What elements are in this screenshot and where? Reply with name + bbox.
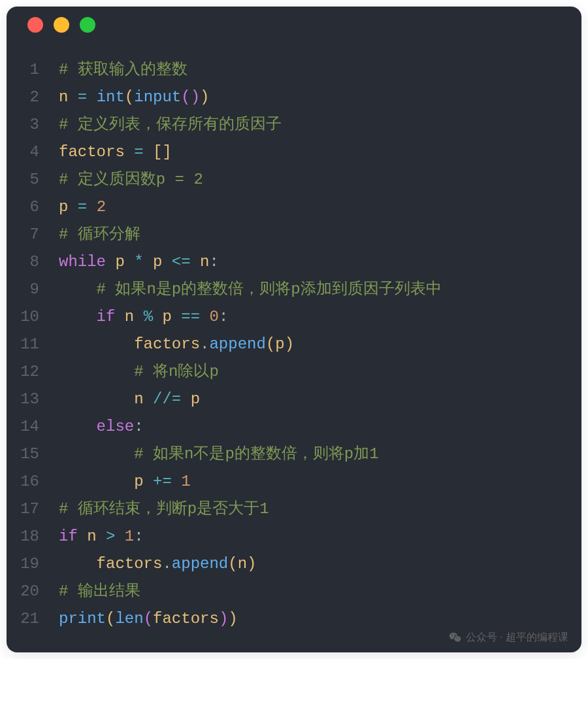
code-content: # 定义质因数p = 2 bbox=[59, 166, 581, 193]
code-content: p += 1 bbox=[59, 468, 581, 496]
code-line: 17# 循环结束，判断p是否大于1 bbox=[7, 496, 581, 523]
code-content: p = 2 bbox=[59, 193, 581, 221]
line-number: 10 bbox=[7, 303, 59, 331]
line-number: 18 bbox=[7, 523, 59, 550]
code-content: # 将n除以p bbox=[59, 358, 581, 386]
code-line: 13 n //= p bbox=[7, 386, 581, 413]
code-line: 20# 输出结果 bbox=[7, 578, 581, 605]
code-content: while p * p <= n: bbox=[59, 248, 581, 276]
line-number: 12 bbox=[7, 358, 59, 386]
watermark-text: 公众号 · 超平的编程课 bbox=[466, 631, 568, 645]
line-number: 6 bbox=[7, 193, 59, 221]
line-number: 20 bbox=[7, 578, 59, 605]
close-icon[interactable] bbox=[27, 17, 43, 33]
line-number: 19 bbox=[7, 550, 59, 578]
line-number: 2 bbox=[7, 84, 59, 111]
code-content: # 循环分解 bbox=[59, 221, 581, 248]
line-number: 15 bbox=[7, 441, 59, 468]
line-number: 13 bbox=[7, 386, 59, 413]
line-number: 11 bbox=[7, 331, 59, 358]
code-line: 3# 定义列表，保存所有的质因子 bbox=[7, 111, 581, 139]
code-window: 1# 获取输入的整数2n = int(input())3# 定义列表，保存所有的… bbox=[7, 7, 581, 652]
line-number: 21 bbox=[7, 605, 59, 633]
maximize-icon[interactable] bbox=[80, 17, 95, 33]
code-content: factors = [] bbox=[59, 139, 581, 166]
line-number: 7 bbox=[7, 221, 59, 248]
code-line: 6p = 2 bbox=[7, 193, 581, 221]
code-line: 7# 循环分解 bbox=[7, 221, 581, 248]
line-number: 9 bbox=[7, 276, 59, 303]
code-line: 2n = int(input()) bbox=[7, 84, 581, 111]
code-line: 21print(len(factors)) bbox=[7, 605, 581, 633]
code-line: 10 if n % p == 0: bbox=[7, 303, 581, 331]
code-line: 19 factors.append(n) bbox=[7, 550, 581, 578]
wechat-icon bbox=[449, 631, 462, 645]
line-number: 14 bbox=[7, 413, 59, 441]
code-line: 8while p * p <= n: bbox=[7, 248, 581, 276]
code-content: # 如果n是p的整数倍，则将p添加到质因子列表中 bbox=[59, 276, 581, 303]
code-line: 11 factors.append(p) bbox=[7, 331, 581, 358]
code-content: # 获取输入的整数 bbox=[59, 56, 581, 84]
code-editor: 1# 获取输入的整数2n = int(input())3# 定义列表，保存所有的… bbox=[7, 43, 581, 652]
line-number: 1 bbox=[7, 56, 59, 84]
line-number: 16 bbox=[7, 468, 59, 496]
window-titlebar bbox=[7, 7, 581, 43]
code-content: print(len(factors)) bbox=[59, 605, 581, 633]
code-content: n = int(input()) bbox=[59, 84, 581, 111]
code-content: else: bbox=[59, 413, 581, 441]
code-content: # 循环结束，判断p是否大于1 bbox=[59, 496, 581, 523]
code-content: if n % p == 0: bbox=[59, 303, 581, 331]
line-number: 5 bbox=[7, 166, 59, 193]
watermark: 公众号 · 超平的编程课 bbox=[449, 631, 568, 645]
code-line: 9 # 如果n是p的整数倍，则将p添加到质因子列表中 bbox=[7, 276, 581, 303]
code-line: 15 # 如果n不是p的整数倍，则将p加1 bbox=[7, 441, 581, 468]
code-line: 12 # 将n除以p bbox=[7, 358, 581, 386]
code-line: 16 p += 1 bbox=[7, 468, 581, 496]
line-number: 8 bbox=[7, 248, 59, 276]
minimize-icon[interactable] bbox=[54, 17, 69, 33]
code-content: if n > 1: bbox=[59, 523, 581, 550]
code-content: # 输出结果 bbox=[59, 578, 581, 605]
line-number: 4 bbox=[7, 139, 59, 166]
code-content: n //= p bbox=[59, 386, 581, 413]
code-line: 5# 定义质因数p = 2 bbox=[7, 166, 581, 193]
line-number: 17 bbox=[7, 496, 59, 523]
code-content: factors.append(n) bbox=[59, 550, 581, 578]
code-line: 14 else: bbox=[7, 413, 581, 441]
code-line: 1# 获取输入的整数 bbox=[7, 56, 581, 84]
code-content: # 如果n不是p的整数倍，则将p加1 bbox=[59, 441, 581, 468]
code-line: 4factors = [] bbox=[7, 139, 581, 166]
code-content: # 定义列表，保存所有的质因子 bbox=[59, 111, 581, 139]
code-content: factors.append(p) bbox=[59, 331, 581, 358]
code-line: 18if n > 1: bbox=[7, 523, 581, 550]
line-number: 3 bbox=[7, 111, 59, 139]
